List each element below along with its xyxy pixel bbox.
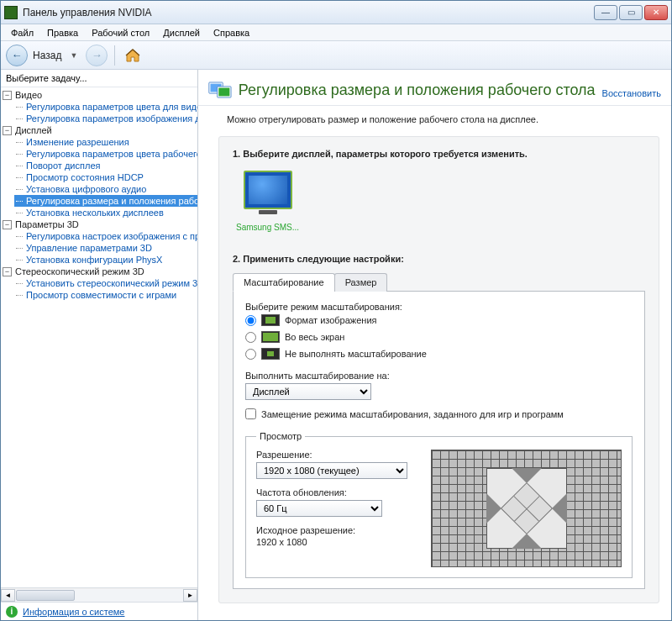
radio-none-row[interactable]: Не выполнять масштабирование bbox=[245, 345, 633, 362]
preview-group: Просмотр Разрешение: 1920 x 1080 (текуще… bbox=[245, 431, 633, 578]
override-row[interactable]: Замещение режима масштабирования, заданн… bbox=[245, 408, 633, 419]
tree-item[interactable]: Установка нескольких дисплеев bbox=[14, 207, 197, 218]
restore-defaults-link[interactable]: Восстановить bbox=[602, 88, 661, 102]
page-title: Регулировка размера и положения рабочего… bbox=[239, 82, 596, 99]
menu-desktop[interactable]: Рабочий стол bbox=[85, 26, 156, 39]
task-header: Выберите задачу... bbox=[1, 70, 197, 87]
nav-separator bbox=[114, 45, 115, 66]
radio-no-scaling[interactable] bbox=[245, 349, 256, 360]
step1-label: 1. Выберите дисплей, параметры которого … bbox=[233, 149, 645, 159]
tree-item[interactable]: Просмотр состояния HDCP bbox=[14, 171, 197, 183]
home-button[interactable] bbox=[122, 45, 144, 66]
window-title: Панель управления NVIDIA bbox=[23, 7, 594, 18]
tree-item[interactable]: Регулировка параметров цвета для видео bbox=[14, 101, 197, 113]
tree-group-3[interactable]: −Стереоскопический режим 3D bbox=[1, 266, 197, 277]
page-header: Регулировка размера и положения рабочего… bbox=[198, 70, 671, 106]
tree-group-label-text: Параметры 3D bbox=[15, 219, 79, 229]
refresh-label: Частота обновления: bbox=[256, 487, 416, 497]
radio-aspect-row[interactable]: Формат изображения bbox=[245, 312, 633, 329]
tree-item[interactable]: Просмотр совместимости с играми bbox=[14, 289, 197, 301]
tree-group-label-text: Стереоскопический режим 3D bbox=[15, 266, 144, 276]
override-checkbox[interactable] bbox=[245, 408, 256, 419]
tree-toggle-icon[interactable]: − bbox=[3, 220, 12, 229]
page-description: Можно отрегулировать размер и положение … bbox=[198, 106, 671, 136]
scroll-thumb[interactable] bbox=[16, 590, 75, 601]
tree-item[interactable]: Установка конфигурации PhysX bbox=[14, 254, 197, 266]
preview-legend: Просмотр bbox=[256, 431, 305, 441]
close-button[interactable]: ✕ bbox=[644, 5, 668, 20]
tree-group-label-text: Видео bbox=[15, 90, 42, 100]
menu-help[interactable]: Справка bbox=[207, 26, 256, 39]
display-tile-label: Samsung SMS... bbox=[236, 223, 299, 232]
scroll-track[interactable] bbox=[15, 589, 183, 602]
sidebar-horizontal-scrollbar[interactable]: ◄ ► bbox=[1, 587, 197, 602]
svg-rect-3 bbox=[218, 88, 229, 97]
no-scaling-mode-icon bbox=[261, 348, 280, 360]
tab-scaling[interactable]: Масштабирование bbox=[233, 273, 335, 292]
back-history-dropdown[interactable]: ▼ bbox=[70, 51, 82, 60]
tree-group-2[interactable]: −Параметры 3D bbox=[1, 218, 197, 230]
radio-aspect[interactable] bbox=[245, 315, 256, 326]
description-footer-label: Описание: bbox=[198, 613, 671, 620]
maximize-button[interactable]: ▭ bbox=[619, 5, 643, 20]
tree-toggle-icon[interactable]: − bbox=[3, 267, 12, 276]
menu-file[interactable]: Файл bbox=[4, 26, 40, 39]
menu-display[interactable]: Дисплей bbox=[156, 26, 207, 39]
fullscreen-mode-icon bbox=[261, 331, 280, 343]
tree-item[interactable]: Регулировка параметров изображения для в… bbox=[14, 113, 197, 124]
tree-toggle-icon[interactable]: − bbox=[3, 126, 12, 135]
native-resolution-value: 1920 x 1080 bbox=[256, 537, 416, 547]
monitor-icon bbox=[244, 171, 292, 209]
sidebar: Выберите задачу... −ВидеоРегулировка пар… bbox=[1, 70, 198, 620]
menu-edit[interactable]: Правка bbox=[40, 26, 85, 39]
navbar: ← Назад ▼ → bbox=[1, 41, 671, 70]
tree-item[interactable]: Установить стереоскопический режим 3D bbox=[14, 277, 197, 289]
tab-size[interactable]: Размер bbox=[334, 273, 388, 292]
tabs: Масштабирование Размер bbox=[233, 272, 645, 292]
window-buttons: — ▭ ✕ bbox=[594, 5, 668, 20]
tab-panel-scaling: Выберите режим масштабирования: Формат и… bbox=[233, 292, 645, 589]
tree-item[interactable]: Регулировка настроек изображения с просм… bbox=[14, 230, 197, 242]
tree-group-label-text: Дисплей bbox=[15, 125, 52, 135]
home-icon bbox=[124, 47, 141, 64]
native-resolution-label: Исходное разрешение: bbox=[256, 525, 416, 535]
body: Выберите задачу... −ВидеоРегулировка пар… bbox=[1, 70, 671, 620]
tree-item[interactable]: Установка цифрового аудио bbox=[14, 183, 197, 195]
info-icon: i bbox=[6, 606, 18, 618]
perform-on-select[interactable]: Дисплей bbox=[245, 383, 371, 400]
page-header-icon bbox=[208, 78, 232, 102]
settings-panel: 1. Выберите дисплей, параметры которого … bbox=[218, 136, 659, 603]
scroll-left-button[interactable]: ◄ bbox=[1, 589, 15, 602]
tree-item[interactable]: Поворот дисплея bbox=[14, 160, 197, 171]
tree-item[interactable]: Регулировка размера и положения рабочего… bbox=[14, 195, 197, 207]
back-button[interactable]: ← bbox=[6, 45, 28, 66]
step2-label: 2. Применить следующие настройки: bbox=[233, 254, 645, 264]
tree-item[interactable]: Управление параметрами 3D bbox=[14, 242, 197, 254]
scaling-mode-label: Выберите режим масштабирования: bbox=[245, 302, 633, 312]
tree-item[interactable]: Изменение разрешения bbox=[14, 136, 197, 148]
radio-fullscreen-label: Во весь экран bbox=[285, 332, 344, 342]
tree-group-0[interactable]: −Видео bbox=[1, 89, 197, 101]
back-label: Назад bbox=[31, 50, 66, 61]
tree-item[interactable]: Регулировка параметров цвета рабочего ст… bbox=[14, 148, 197, 160]
minimize-button[interactable]: — bbox=[594, 5, 617, 20]
tree-group-1[interactable]: −Дисплей bbox=[1, 124, 197, 136]
display-tile[interactable]: Samsung SMS... bbox=[233, 167, 302, 235]
override-label: Замещение режима масштабирования, заданн… bbox=[261, 409, 564, 419]
preview-grid bbox=[431, 450, 622, 567]
resolution-label: Разрешение: bbox=[256, 450, 416, 460]
task-tree: −ВидеоРегулировка параметров цвета для в… bbox=[1, 87, 197, 587]
titlebar: Панель управления NVIDIA — ▭ ✕ bbox=[1, 1, 671, 24]
menubar: Файл Правка Рабочий стол Дисплей Справка bbox=[1, 24, 671, 41]
radio-fullscreen[interactable] bbox=[245, 332, 256, 343]
radio-aspect-label: Формат изображения bbox=[285, 315, 377, 325]
resolution-select[interactable]: 1920 x 1080 (текущее) bbox=[256, 462, 407, 479]
radio-no-scaling-label: Не выполнять масштабирование bbox=[285, 349, 427, 359]
refresh-select[interactable]: 60 Гц bbox=[256, 500, 382, 517]
radio-full-row[interactable]: Во весь экран bbox=[245, 329, 633, 345]
preview-test-pattern bbox=[486, 468, 567, 549]
system-info-link[interactable]: Информация о системе bbox=[23, 607, 124, 617]
scroll-right-button[interactable]: ► bbox=[183, 589, 197, 602]
tree-toggle-icon[interactable]: − bbox=[3, 91, 12, 100]
forward-button[interactable]: → bbox=[86, 45, 108, 66]
